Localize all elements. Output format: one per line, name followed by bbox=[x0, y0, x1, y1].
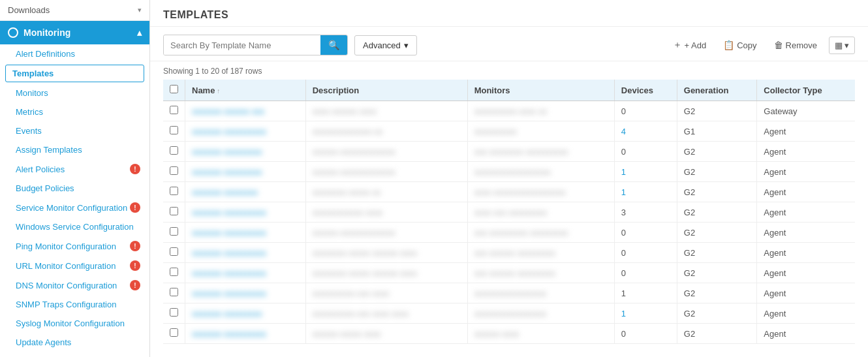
sidebar-item-url-monitor-config[interactable]: URL Monitor Configuration! bbox=[0, 256, 149, 275]
sidebar-item-dns-monitor-config[interactable]: DNS Monitor Configuration! bbox=[0, 275, 149, 295]
row-name[interactable]: xxxxxxx xxxxxxxxxx bbox=[185, 202, 306, 223]
row-checkbox-cell[interactable] bbox=[163, 243, 185, 263]
row-devices[interactable]: 1 bbox=[614, 182, 677, 202]
sidebar-item-templates[interactable]: Templates bbox=[5, 65, 144, 82]
row-checkbox-cell[interactable] bbox=[163, 283, 185, 303]
row-devices[interactable]: 4 bbox=[614, 121, 677, 142]
row-checkbox-cell[interactable] bbox=[163, 162, 185, 182]
grid-icon: ▦ bbox=[835, 40, 843, 50]
row-checkbox-cell[interactable] bbox=[163, 101, 185, 121]
select-all-header[interactable] bbox=[163, 80, 185, 101]
row-name[interactable]: xxxxxxx xxxxxxxxxx bbox=[185, 263, 306, 283]
sidebar-item-assign-templates[interactable]: Assign Templates bbox=[0, 140, 149, 159]
sidebar-item-agent-modules[interactable]: Agent Modules bbox=[0, 352, 149, 357]
sidebar-item-monitors[interactable]: Monitors bbox=[0, 84, 149, 102]
main-content: TEMPLATES 🔍 Advanced ▾ ＋ + Add 📋 Copy 🗑 … bbox=[150, 0, 868, 357]
advanced-chevron-icon: ▾ bbox=[404, 40, 409, 50]
main-header: TEMPLATES bbox=[150, 0, 868, 27]
sidebar-item-alert-policies[interactable]: Alert Policies! bbox=[0, 159, 149, 179]
sidebar-item-metrics[interactable]: Metrics bbox=[0, 102, 149, 121]
sidebar-item-snmp-traps-config[interactable]: SNMP Traps Configuration bbox=[0, 295, 149, 314]
row-checkbox[interactable] bbox=[170, 106, 178, 114]
sidebar-item-alert-definitions[interactable]: Alert Definitions bbox=[0, 44, 149, 63]
sidebar-downloads[interactable]: Downloads ▾ bbox=[0, 0, 149, 21]
row-generation: G2 bbox=[677, 283, 757, 303]
row-checkbox[interactable] bbox=[170, 187, 178, 195]
row-name[interactable]: xxxxxxx xxxxxxxx bbox=[185, 182, 306, 202]
row-collector-type: Agent bbox=[757, 162, 855, 182]
row-checkbox[interactable] bbox=[170, 126, 178, 134]
row-checkbox-cell[interactable] bbox=[163, 223, 185, 243]
row-checkbox[interactable] bbox=[170, 146, 178, 155]
row-collector-type: Agent bbox=[757, 243, 855, 263]
sidebar-item-events[interactable]: Events bbox=[0, 121, 149, 140]
sidebar-item-syslog-monitor-config[interactable]: Syslog Monitor Configuration bbox=[0, 314, 149, 333]
sidebar-item-windows-service-config[interactable]: Windows Service Configuration bbox=[0, 217, 149, 236]
table-row: xxxxxxx xxxxxxxxxxxxxxx xxxxxxxxxxxxxxxx… bbox=[163, 162, 855, 182]
row-description: xxxxxxxxxx xxx xxxx bbox=[305, 283, 467, 303]
row-generation: G1 bbox=[677, 121, 757, 142]
row-name[interactable]: xxxxxxx xxxxxxxxx bbox=[185, 142, 306, 162]
row-checkbox[interactable] bbox=[170, 328, 178, 337]
row-count: Showing 1 to 20 of 187 rows bbox=[163, 61, 855, 80]
row-checkbox-cell[interactable] bbox=[163, 324, 185, 344]
row-checkbox[interactable] bbox=[170, 227, 178, 236]
row-collector-type: Agent bbox=[757, 202, 855, 223]
sidebar-item-ping-monitor-config[interactable]: Ping Monitor Configuration! bbox=[0, 236, 149, 256]
sidebar-item-service-monitor-config[interactable]: Service Monitor Configuration! bbox=[0, 198, 149, 217]
sidebar-item-label: Service Monitor Configuration bbox=[16, 203, 127, 213]
row-checkbox[interactable] bbox=[170, 207, 178, 215]
advanced-button[interactable]: Advanced ▾ bbox=[354, 35, 417, 55]
row-name[interactable]: xxxxxxx xxxxxxxxxx bbox=[185, 223, 306, 243]
table-row: xxxxxxx xxxxxxxxxxxxxxxx xxxxx xxxxxxxxx… bbox=[163, 324, 855, 344]
sidebar-item-update-agents[interactable]: Update Agents bbox=[0, 333, 149, 352]
row-description: xxxxxxxxxxxx xxxx bbox=[305, 202, 467, 223]
select-all-checkbox[interactable] bbox=[170, 85, 178, 93]
row-name[interactable]: xxxxxxx xxxxxxxxx bbox=[185, 162, 306, 182]
row-checkbox-cell[interactable] bbox=[163, 182, 185, 202]
row-checkbox-cell[interactable] bbox=[163, 142, 185, 162]
sidebar-item-label: Assign Templates bbox=[16, 145, 82, 155]
row-description: xxxxxxxx xxxxx xx bbox=[305, 182, 467, 202]
row-checkbox-cell[interactable] bbox=[163, 263, 185, 283]
row-name[interactable]: xxxxxxx xxxxxxxxxx bbox=[185, 324, 306, 344]
row-checkbox[interactable] bbox=[170, 166, 178, 175]
row-checkbox-cell[interactable] bbox=[163, 202, 185, 223]
row-name[interactable]: xxxxxxx xxxxxx xxx bbox=[185, 101, 306, 121]
row-checkbox[interactable] bbox=[170, 247, 178, 256]
row-checkbox[interactable] bbox=[170, 288, 178, 296]
table-row: xxxxxxx xxxxxxxxxxxxxxxxxxx xxx xxxx xxx… bbox=[163, 303, 855, 324]
sidebar-item-label: Update Agents bbox=[16, 337, 71, 347]
add-button[interactable]: ＋ + Add bbox=[668, 36, 712, 54]
remove-button[interactable]: 🗑 Remove bbox=[769, 37, 822, 54]
row-checkbox-cell[interactable] bbox=[163, 121, 185, 142]
row-name[interactable]: xxxxxxx xxxxxxxxxx bbox=[185, 121, 306, 142]
row-checkbox[interactable] bbox=[170, 268, 178, 276]
row-collector-type: Gateway bbox=[757, 101, 855, 121]
row-name[interactable]: xxxxxxx xxxxxxxxxx bbox=[185, 243, 306, 263]
monitoring-icon bbox=[8, 27, 18, 38]
row-checkbox-cell[interactable] bbox=[163, 303, 185, 324]
sidebar-item-budget-policies[interactable]: Budget Policies bbox=[0, 179, 149, 198]
row-generation: G2 bbox=[677, 223, 757, 243]
sidebar-item-label: Budget Policies bbox=[16, 183, 74, 193]
grid-view-button[interactable]: ▦ ▾ bbox=[829, 37, 855, 54]
table-row: xxxxxxx xxxxxxxxxxxxxxx xxxxxxxxxxxxxxxx… bbox=[163, 142, 855, 162]
copy-button[interactable]: 📋 Copy bbox=[718, 37, 762, 54]
row-description: xxxxxxxx xxxxx xxxxxx xxxx bbox=[305, 243, 467, 263]
search-group: 🔍 bbox=[163, 35, 348, 55]
col-monitors: Monitors bbox=[467, 80, 614, 101]
sidebar-monitoring-section[interactable]: Monitoring ▴ bbox=[0, 21, 149, 44]
row-name[interactable]: xxxxxxx xxxxxxxxxx bbox=[185, 283, 306, 303]
row-checkbox[interactable] bbox=[170, 308, 178, 317]
table-row: xxxxxxx xxxxxxxxxxxxxxxx xxxxx xxxxxx xx… bbox=[163, 182, 855, 202]
row-name[interactable]: xxxxxxx xxxxxxxxx bbox=[185, 303, 306, 324]
col-name[interactable]: Name bbox=[185, 80, 306, 101]
sidebar-item-label: SNMP Traps Configuration bbox=[16, 300, 116, 309]
error-badge: ! bbox=[130, 241, 140, 251]
monitoring-chevron-icon: ▴ bbox=[137, 27, 142, 38]
search-button[interactable]: 🔍 bbox=[320, 35, 347, 55]
search-input[interactable] bbox=[164, 36, 320, 55]
row-devices[interactable]: 1 bbox=[614, 162, 677, 182]
row-devices[interactable]: 1 bbox=[614, 303, 677, 324]
